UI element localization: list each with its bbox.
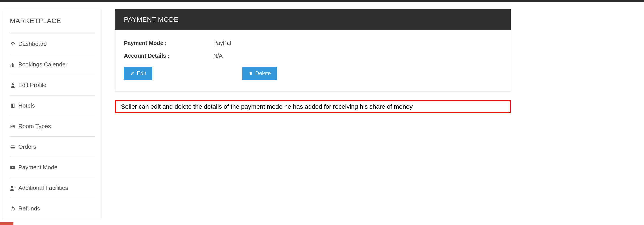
- svg-rect-6: [11, 104, 14, 108]
- svg-point-18: [11, 186, 13, 188]
- building-icon: [10, 103, 16, 109]
- row-payment-mode: Payment Mode : PayPal: [124, 37, 502, 50]
- sidebar-item-bookings-calendar[interactable]: Bookings Calender: [10, 54, 95, 75]
- svg-rect-9: [12, 105, 12, 106]
- row-label: Account Details :: [124, 52, 213, 59]
- sidebar-item-dashboard[interactable]: Dashboard: [10, 34, 95, 54]
- sidebar-item-refunds[interactable]: Refunds: [10, 198, 95, 219]
- sidebar-item-label: Edit Profile: [18, 82, 46, 88]
- trash-icon: [248, 71, 253, 76]
- svg-rect-12: [13, 106, 14, 107]
- sidebar-item-label: Payment Mode: [18, 164, 58, 171]
- delete-button-label: Delete: [255, 70, 270, 76]
- svg-point-5: [12, 83, 14, 85]
- top-bar: [0, 0, 644, 2]
- svg-rect-7: [12, 104, 12, 105]
- panel-title: PAYMENT MODE: [115, 9, 511, 30]
- svg-rect-8: [13, 104, 14, 105]
- svg-rect-15: [10, 146, 15, 147]
- dashboard-icon: [10, 41, 16, 47]
- sidebar-item-label: Refunds: [18, 205, 40, 212]
- row-value: N/A: [213, 52, 223, 59]
- barchart-icon: [10, 62, 16, 68]
- bed-icon: [10, 124, 16, 129]
- sidebar-title: MARKETPLACE: [10, 17, 95, 34]
- pencil-icon: [130, 71, 134, 76]
- page-container: MARKETPLACE Dashboard Bookings Calender …: [0, 2, 644, 219]
- svg-point-13: [11, 126, 12, 126]
- svg-point-17: [12, 167, 14, 168]
- panel-body: Payment Mode : PayPal Account Details : …: [115, 30, 511, 91]
- row-value: PayPal: [213, 40, 231, 46]
- sidebar-item-label: Hotels: [18, 102, 35, 109]
- user-plus-icon: [10, 185, 16, 191]
- sidebar-item-label: Dashboard: [18, 40, 47, 48]
- sidebar-item-edit-profile[interactable]: Edit Profile: [10, 75, 95, 95]
- sidebar-item-hotels[interactable]: Hotels: [10, 95, 95, 116]
- sidebar-item-payment-mode[interactable]: Payment Mode: [10, 157, 95, 178]
- undo-icon: [10, 206, 16, 212]
- sidebar: MARKETPLACE Dashboard Bookings Calender …: [3, 9, 102, 219]
- edit-button-label: Edit: [137, 70, 146, 76]
- svg-rect-11: [12, 106, 12, 107]
- sidebar-item-room-types[interactable]: Room Types: [10, 116, 95, 136]
- delete-button[interactable]: Delete: [242, 67, 277, 80]
- row-account-details: Account Details : N/A: [124, 50, 502, 62]
- sidebar-item-label: Room Types: [18, 123, 51, 130]
- svg-rect-3: [14, 64, 14, 67]
- bottom-indicator: [0, 222, 14, 225]
- sidebar-item-label: Additional Facilities: [18, 184, 68, 192]
- sidebar-item-label: Bookings Calender: [18, 61, 68, 68]
- money-icon: [10, 164, 16, 170]
- row-label: Payment Mode :: [124, 40, 213, 46]
- sidebar-item-label: Orders: [18, 143, 36, 150]
- payment-mode-panel: PAYMENT MODE Payment Mode : PayPal Accou…: [115, 9, 511, 91]
- svg-rect-2: [12, 63, 13, 67]
- edit-button[interactable]: Edit: [124, 67, 152, 80]
- svg-rect-1: [10, 65, 11, 67]
- svg-point-0: [12, 44, 13, 44]
- sidebar-item-additional-facilities[interactable]: Additional Facilities: [10, 178, 95, 198]
- annotation-callout: Seller can edit and delete the details o…: [115, 100, 511, 113]
- sidebar-item-orders[interactable]: Orders: [10, 136, 95, 157]
- card-icon: [10, 144, 16, 150]
- svg-rect-10: [13, 105, 14, 106]
- user-icon: [10, 82, 16, 88]
- panel-actions: Edit Delete: [124, 62, 502, 80]
- main-content: PAYMENT MODE Payment Mode : PayPal Accou…: [115, 9, 511, 113]
